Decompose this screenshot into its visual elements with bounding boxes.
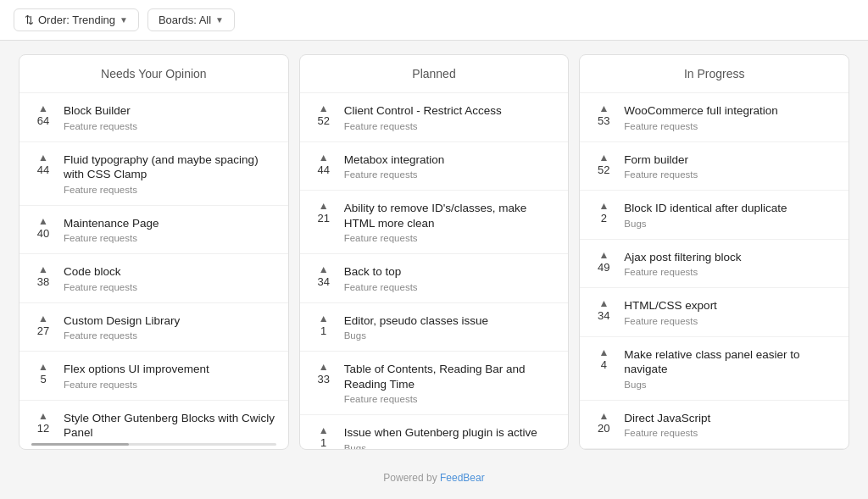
item-title[interactable]: Style Other Gutenberg Blocks with Cwicly… — [64, 411, 276, 441]
list-item[interactable]: ▲40Maintenance PageFeature requests — [19, 206, 288, 255]
item-title[interactable]: Custom Design Library — [64, 313, 276, 329]
list-item[interactable]: ▲38Code blockFeature requests — [19, 254, 288, 303]
item-content: Metabox integrationFeature requests — [344, 152, 557, 180]
item-title[interactable]: Ajax post filtering block — [624, 250, 837, 265]
column-body-needs-opinion[interactable]: ▲64Block BuilderFeature requests▲44Fluid… — [19, 93, 288, 443]
upvote-arrow-icon[interactable]: ▲ — [319, 152, 329, 163]
item-content: Custom Design LibraryFeature requests — [64, 313, 276, 341]
list-item[interactable]: ▲33Table of Contents, Reading Bar and Re… — [300, 352, 569, 415]
item-title[interactable]: Fluid typography (and maybe spacing) wit… — [64, 152, 276, 182]
list-item[interactable]: ▲1Editor, pseudo classes issueBugs — [300, 303, 569, 352]
item-title[interactable]: Direct JavaScript — [624, 411, 837, 426]
list-item[interactable]: ▲2Block ID identical after duplicateBugs — [580, 191, 849, 240]
vote-section: ▲33 — [312, 362, 336, 387]
column-header-needs-opinion: Needs Your Opinion — [19, 55, 288, 93]
upvote-arrow-icon[interactable]: ▲ — [598, 347, 609, 358]
list-item[interactable]: ▲34Back to topFeature requests — [300, 254, 569, 303]
item-tag: Bugs — [344, 330, 557, 341]
item-title[interactable]: HTML/CSS export — [624, 298, 837, 313]
vote-section: ▲21 — [312, 201, 336, 226]
item-title[interactable]: Block Builder — [64, 103, 276, 119]
list-item[interactable]: ▲20Direct JavaScriptFeature requests — [580, 401, 849, 449]
upvote-arrow-icon[interactable]: ▲ — [38, 152, 48, 163]
upvote-arrow-icon[interactable]: ▲ — [319, 362, 329, 372]
item-tag: Feature requests — [64, 185, 276, 195]
list-item[interactable]: ▲44Fluid typography (and maybe spacing) … — [19, 142, 288, 206]
item-content: Block ID identical after duplicateBugs — [624, 201, 837, 229]
upvote-arrow-icon[interactable]: ▲ — [38, 411, 48, 421]
list-item[interactable]: ▲52Form builderFeature requests — [580, 142, 849, 191]
item-title[interactable]: Code block — [64, 264, 276, 280]
upvote-arrow-icon[interactable]: ▲ — [38, 313, 48, 324]
list-item[interactable]: ▲49Ajax post filtering blockFeature requ… — [580, 240, 849, 289]
vote-count: 40 — [37, 226, 49, 241]
vote-section: ▲5 — [31, 362, 55, 387]
upvote-arrow-icon[interactable]: ▲ — [598, 250, 609, 260]
vote-section: ▲52 — [592, 152, 615, 178]
order-button[interactable]: ⇅ Order: Trending ▼ — [14, 8, 139, 31]
list-item[interactable]: ▲4Make relative class panel easier to na… — [580, 337, 849, 401]
list-item[interactable]: ▲52Client Control - Restrict AccessFeatu… — [300, 93, 569, 142]
upvote-arrow-icon[interactable]: ▲ — [319, 201, 329, 211]
item-title[interactable]: Client Control - Restrict Access — [344, 103, 557, 119]
upvote-arrow-icon[interactable]: ▲ — [38, 216, 48, 226]
item-tag: Feature requests — [64, 380, 276, 390]
column-body-in-progress[interactable]: ▲53WooCommerce full integrationFeature r… — [580, 93, 849, 449]
item-title[interactable]: Maintenance Page — [64, 216, 276, 231]
item-title[interactable]: Table of Contents, Reading Bar and Readi… — [344, 362, 557, 391]
item-title[interactable]: WooCommerce full integration — [624, 103, 837, 119]
list-item[interactable]: ▲53WooCommerce full integrationFeature r… — [580, 93, 849, 142]
vote-count: 38 — [37, 274, 49, 290]
vote-count: 52 — [317, 114, 329, 129]
item-title[interactable]: Form builder — [624, 152, 837, 168]
list-item[interactable]: ▲12Style Other Gutenberg Blocks with Cwi… — [19, 401, 288, 443]
upvote-arrow-icon[interactable]: ▲ — [598, 411, 609, 421]
item-title[interactable]: Block ID identical after duplicate — [624, 201, 837, 216]
item-title[interactable]: Make relative class panel easier to navi… — [624, 347, 837, 377]
upvote-arrow-icon[interactable]: ▲ — [319, 313, 329, 324]
upvote-arrow-icon[interactable]: ▲ — [38, 103, 48, 114]
upvote-arrow-icon[interactable]: ▲ — [319, 103, 329, 114]
upvote-arrow-icon[interactable]: ▲ — [38, 264, 48, 274]
vote-section: ▲2 — [592, 201, 615, 226]
list-item[interactable]: ▲34HTML/CSS exportFeature requests — [580, 288, 849, 337]
feedbear-link[interactable]: FeedBear — [440, 472, 485, 484]
item-title[interactable]: Editor, pseudo classes issue — [344, 313, 557, 329]
vote-section: ▲34 — [312, 264, 336, 290]
vote-count: 53 — [598, 114, 609, 129]
vote-section: ▲34 — [592, 298, 615, 324]
upvote-arrow-icon[interactable]: ▲ — [598, 152, 609, 163]
item-title[interactable]: Issue when Gutenberg plugin is active — [344, 425, 557, 441]
list-item[interactable]: ▲1Issue when Gutenberg plugin is activeB… — [300, 415, 569, 449]
upvote-arrow-icon[interactable]: ▲ — [319, 425, 329, 435]
vote-section: ▲1 — [312, 425, 336, 449]
item-tag: Feature requests — [624, 169, 837, 180]
column-needs-opinion: Needs Your Opinion▲64Block BuilderFeatur… — [19, 54, 289, 450]
list-item[interactable]: ▲44Metabox integrationFeature requests — [300, 142, 569, 191]
item-tag: Feature requests — [624, 316, 837, 326]
item-tag: Feature requests — [624, 428, 837, 438]
upvote-arrow-icon[interactable]: ▲ — [598, 103, 609, 114]
boards-button[interactable]: Boards: All ▼ — [147, 8, 235, 31]
vote-count: 49 — [598, 260, 609, 275]
upvote-arrow-icon[interactable]: ▲ — [598, 298, 609, 308]
item-title[interactable]: Back to top — [344, 264, 557, 280]
upvote-arrow-icon[interactable]: ▲ — [319, 264, 329, 274]
list-item[interactable]: ▲27Custom Design LibraryFeature requests — [19, 303, 288, 352]
list-item[interactable]: ▲5Flex options UI improvementFeature req… — [19, 352, 288, 401]
column-body-planned[interactable]: ▲52Client Control - Restrict AccessFeatu… — [300, 93, 569, 449]
item-content: Style Other Gutenberg Blocks with Cwicly… — [64, 411, 276, 443]
list-item[interactable]: ▲64Block BuilderFeature requests — [19, 93, 288, 142]
list-item[interactable]: ▲21Ability to remove ID's/classes, make … — [300, 191, 569, 254]
item-title[interactable]: Metabox integration — [344, 152, 557, 168]
vote-section: ▲53 — [592, 103, 615, 129]
upvote-arrow-icon[interactable]: ▲ — [38, 362, 48, 372]
upvote-arrow-icon[interactable]: ▲ — [598, 201, 609, 211]
vote-count: 52 — [598, 163, 609, 178]
item-content: Code blockFeature requests — [64, 264, 276, 292]
item-tag: Feature requests — [344, 233, 557, 243]
item-title[interactable]: Flex options UI improvement — [64, 362, 276, 377]
item-title[interactable]: Ability to remove ID's/classes, make HTM… — [344, 201, 557, 230]
item-content: Ajax post filtering blockFeature request… — [624, 250, 837, 278]
vote-count: 44 — [37, 163, 49, 178]
